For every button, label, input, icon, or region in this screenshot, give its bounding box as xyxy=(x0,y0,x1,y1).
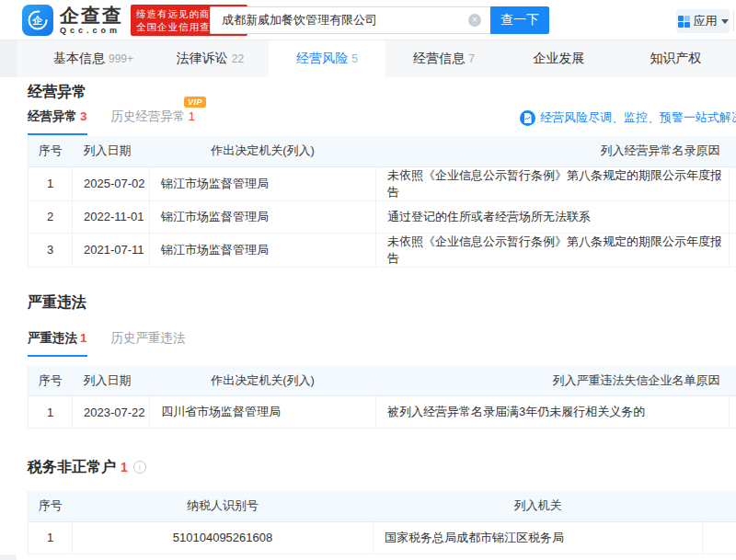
report-doc-icon xyxy=(520,110,535,126)
abnormal-subtabs: 经营异常3 历史经营异常1 VIP 经营风险尽调、监控、预警一站式解决方案 xyxy=(28,109,736,133)
tax-table: 序号 纳税人识别号 列入机关 1 510104095261608 国家税务总局成… xyxy=(28,491,736,554)
tab-company-development[interactable]: 企业发展 xyxy=(502,40,619,77)
search-button[interactable]: 查一下 xyxy=(490,6,549,34)
vip-badge: VIP xyxy=(184,97,206,108)
subtab-abnormal-history[interactable]: 历史经营异常1 VIP xyxy=(111,109,196,133)
tab-operating-risk[interactable]: 经营风险 5 xyxy=(269,40,385,77)
company-nav-tabs: 基本信息 999+ 法律诉讼 22 经营风险 5 经营信息 7 企业发展 知识产… xyxy=(17,40,736,77)
apps-label: 应用 xyxy=(694,13,718,29)
table-row: 2 2022-11-01 锦江市场监督管理局 通过登记的住所或者经营场所无法联系 xyxy=(29,200,736,233)
tab-basic-info[interactable]: 基本信息 999+ xyxy=(35,40,152,77)
subtab-abnormal-current[interactable]: 经营异常3 xyxy=(28,109,87,135)
chevron-down-icon xyxy=(721,19,729,24)
subtab-violation-history[interactable]: 历史严重违法 xyxy=(111,330,186,355)
violation-subtabs: 严重违法1 历史严重违法 xyxy=(28,330,736,355)
main-content: 经营异常 经营异常3 历史经营异常1 VIP 经营风险尽调、监控、预警一站式解决… xyxy=(0,77,736,554)
svg-text:企: 企 xyxy=(32,15,43,26)
table-header-row: 序号 列入日期 作出决定机关(列入) 列入严重违法失信企业名单原因 xyxy=(29,366,736,396)
section-title-operating-abnormal: 经营异常 xyxy=(28,83,736,101)
table-header-row: 序号 纳税人识别号 列入机关 xyxy=(29,491,736,521)
table-row: 1 510104095261608 国家税务总局成都市锦江区税务局 xyxy=(29,521,736,554)
apps-grid-icon xyxy=(678,16,690,28)
violation-table: 序号 列入日期 作出决定机关(列入) 列入严重违法失信企业名单原因 1 2023… xyxy=(28,366,736,429)
brand-domain: Qcc.com xyxy=(60,26,123,35)
subtab-violation-current[interactable]: 严重违法1 xyxy=(28,330,87,357)
header-divider xyxy=(733,11,734,31)
apps-menu-button[interactable]: 应用 xyxy=(676,9,730,33)
table-row: 1 2025-07-02 锦江市场监督管理局 未依照《企业信息公示暂行条例》第八… xyxy=(29,166,736,200)
section-title-tax-abnormal: 税务非正常户 1 i xyxy=(28,458,736,476)
risk-solution-link[interactable]: 经营风险尽调、监控、预警一站式解决方案 xyxy=(520,109,736,126)
search-bar: × 查一下 xyxy=(210,6,549,34)
tab-legal-litigation[interactable]: 法律诉讼 22 xyxy=(152,40,269,77)
clear-search-icon[interactable]: × xyxy=(468,14,481,27)
brand-name: 企查查 xyxy=(60,6,123,26)
table-row: 1 2023-07-22 四川省市场监督管理局 被列入经营异常名录届满3年仍未履… xyxy=(29,396,736,429)
tab-operating-info[interactable]: 经营信息 7 xyxy=(385,40,502,77)
qcc-logo-icon: 企 xyxy=(22,5,53,36)
site-header: 企 企查查 Qcc.com 缔造有远见的商业传奇 全国企业信用查询系统 × 查一… xyxy=(0,0,736,40)
info-icon[interactable]: i xyxy=(133,461,146,474)
table-header-row: 序号 列入日期 作出决定机关(列入) 列入经营异常名录原因 xyxy=(29,136,736,166)
tab-intellectual-property[interactable]: 知识产权 xyxy=(619,40,736,77)
section-title-serious-violation: 严重违法 xyxy=(28,293,736,312)
table-row: 3 2021-07-11 锦江市场监督管理局 未依照《企业信息公示暂行条例》第八… xyxy=(29,233,736,267)
search-input[interactable] xyxy=(210,6,490,34)
abnormal-table: 序号 列入日期 作出决定机关(列入) 列入经营异常名录原因 1 2025-07-… xyxy=(28,136,736,268)
tax-abnormal-count: 1 xyxy=(121,458,128,476)
